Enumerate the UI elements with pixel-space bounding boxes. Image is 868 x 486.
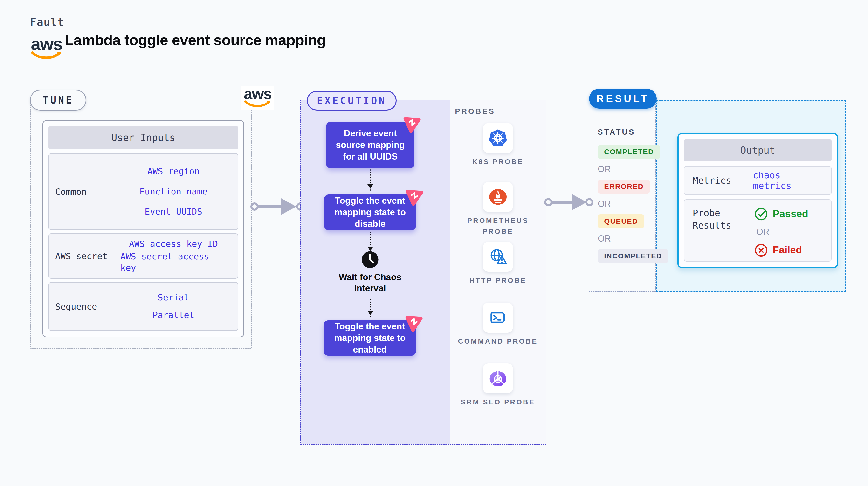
output-header: Output [684,140,832,161]
chaos-metrics-link[interactable]: chaos metrics [753,170,823,191]
row-label: Common [55,157,116,226]
passed-line: Passed [754,207,808,220]
result-pill: RESULT [589,89,657,109]
probes-header: PROBES [455,107,495,116]
table-row-aws-secret: AWS secret AWS access key ID AWS secret … [49,233,238,279]
metrics-row: Metrics chaos metrics [684,166,832,195]
flow-connector-arrow-icon [370,232,371,253]
status-column: STATUS COMPLETED OR ERRORED OR QUEUED OR… [598,128,668,263]
row-label: Sequence [55,286,116,327]
input-link-access-key-id[interactable]: AWS access key ID [129,238,218,250]
aws-logo-tune-corner: aws [241,86,274,110]
wait-for-chaos-interval-label: Wait for Chaos Interval [334,272,406,294]
input-link-aws-region[interactable]: AWS region [147,166,200,177]
kubernetes-icon [488,128,508,148]
probe-label: SRM SLO PROBE [457,397,539,407]
flow-connector-arrow-icon [370,170,371,191]
input-link-secret-access-key[interactable]: AWS secret access key [120,251,226,274]
step-derive-event-source-mapping: Derive event source mapping for all UUID… [326,122,414,168]
chaos-fault-icon [402,113,423,134]
flow-connector-arrow-icon [370,299,371,317]
probe-results-row: Probe Results Passed OR Faile [684,199,832,262]
terminal-icon [488,308,508,328]
k8s-probe-card [483,123,513,153]
aws-logo-text: aws [244,87,272,100]
prometheus-probe-card [483,182,513,212]
execution-probes-divider [450,100,451,445]
user-inputs-card: User Inputs Common AWS region Function n… [42,120,244,337]
status-label: STATUS [598,128,635,136]
failed-line: Failed [754,243,802,257]
chaos-fault-icon [404,312,425,333]
probe-label: HTTP PROBE [457,275,539,286]
status-badge-errored: ERRORED [598,180,650,193]
user-inputs-header: User Inputs [49,126,238,149]
metrics-label: Metrics [693,175,753,186]
probe-label: K8S PROBE [457,156,539,167]
table-row-sequence: Sequence Serial Parallel [49,282,238,331]
aws-smile-icon [244,100,271,109]
command-probe-card [483,303,513,333]
status-badge-queued: QUEUED [598,214,644,228]
passed-check-icon [754,207,768,220]
http-probe-card [483,242,513,272]
tune-to-execution-arrow-icon [250,200,303,213]
aws-logo-text: aws [31,37,62,52]
failed-x-icon [754,243,768,257]
http-globe-warning-icon [488,247,508,267]
status-badge-incompleted: INCOMPLETED [598,249,668,263]
or-label: OR [598,234,611,244]
step-toggle-mapping-enabled: Toggle the event mapping state to enable… [324,321,416,356]
or-label: OR [598,164,611,174]
input-link-function-name[interactable]: Function name [140,186,208,198]
passed-label: Passed [773,208,808,220]
input-link-serial[interactable]: Serial [158,292,189,303]
page-title: Lambda toggle event source mapping [65,31,326,49]
or-label: OR [598,199,611,209]
execution-to-result-arrow-icon [544,195,592,209]
execution-pill: EXECUTION [307,91,397,111]
tune-pill: TUNE [30,90,86,111]
input-link-parallel[interactable]: Parallel [152,310,194,321]
output-card: Output Metrics chaos metrics Probe Resul… [677,133,838,268]
slo-pie-check-icon [488,368,508,388]
chaos-fault-icon [405,186,426,207]
aws-logo: aws [28,37,65,61]
probe-results-label: Probe Results [693,207,754,232]
row-label: AWS secret [55,237,116,275]
status-badge-completed: COMPLETED [598,145,660,159]
failed-label: Failed [773,244,802,256]
input-link-event-uuids[interactable]: Event UUIDS [145,206,202,217]
step-toggle-mapping-disable: Toggle the event mapping state to disabl… [324,194,416,230]
or-label: OR [756,227,769,237]
prometheus-icon [488,187,508,207]
probe-label: COMMAND PROBE [457,336,539,347]
table-row-common: Common AWS region Function name Event UU… [49,153,238,230]
diagram-canvas: Fault aws Lambda toggle event source map… [0,0,868,486]
probe-label: PROMETHEUS PROBE [457,215,539,237]
fault-kind-label: Fault [30,16,64,28]
aws-smile-icon [31,51,62,61]
srm-slo-probe-card [483,363,513,393]
